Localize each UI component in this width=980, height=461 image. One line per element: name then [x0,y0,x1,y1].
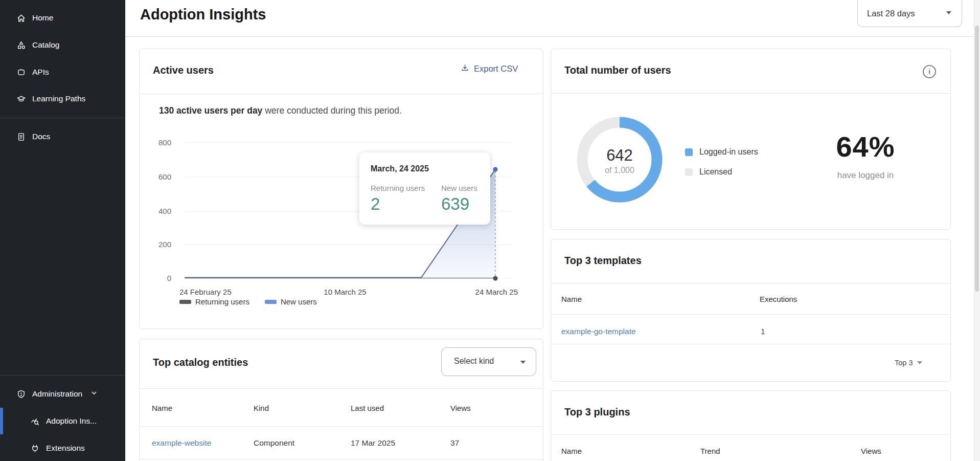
summary-text: were conducted during this period. [262,105,401,116]
date-range-select[interactable]: Last 28 days [857,0,962,27]
adoption-insights-icon [30,416,40,426]
card-title: Active users [153,64,214,76]
card-header-divider [551,283,950,283]
x-axis-labels: 24 February 25 10 March 25 24 March 25 [179,288,518,296]
col-header-views: Views [450,404,471,412]
sidebar-item-extensions[interactable]: Extensions [0,435,125,461]
legend-label: New users [281,297,317,306]
kind-filter-value: Select kind [454,357,494,366]
chevron-down-icon [946,11,951,14]
catalog-entity-link[interactable]: example-website [152,438,211,448]
col-header-executions: Executions [760,295,797,303]
chevron-down-icon [520,361,526,364]
sidebar-item-label: Extensions [46,444,85,453]
card-title: Top 3 templates [564,255,642,267]
chart-tooltip: March, 24 2025 Returning users New users… [359,152,490,225]
active-users-card: Active users Export CSV 130 active users… [139,49,543,329]
col-header-kind: Kind [254,404,269,412]
sidebar-item-apis[interactable]: APIs [0,59,125,85]
donut-legend-licensed: Licensed [685,167,732,177]
card-header-divider [140,94,543,94]
chart-legend: Returning users New users [179,297,317,306]
sidebar-item-label: Adoption Ins... [46,416,97,426]
legend-swatch-new [265,300,277,304]
sidebar-item-docs[interactable]: Docs [0,123,125,150]
svg-text:400: 400 [158,207,171,215]
export-csv-label: Export CSV [474,64,518,74]
sidebar: Home Catalog APIs Learning Paths Docs Ad… [0,0,125,461]
svg-text:24 February 25: 24 February 25 [179,288,232,296]
sidebar-item-catalog[interactable]: Catalog [0,32,125,58]
svg-text:10 March 25: 10 March 25 [324,288,366,296]
sidebar-item-label: APIs [32,68,49,77]
sidebar-item-adoption-insights[interactable]: Adoption Ins... [0,408,125,434]
new-users-point[interactable] [493,167,498,172]
catalog-entity-kind: Component [254,438,294,448]
docs-icon [16,131,26,142]
template-link[interactable]: example-go-template [561,327,636,336]
total-users-card: Total number of users i 642 of 1,000 Log… [551,49,951,230]
sidebar-item-learning-paths[interactable]: Learning Paths [0,85,125,112]
donut-total: of 1,000 [575,166,665,175]
rows-per-page-select[interactable]: Top 3 [895,359,922,367]
catalog-icon [16,40,26,50]
svg-text:600: 600 [158,172,171,181]
returning-users-point[interactable] [493,276,498,281]
info-icon[interactable]: i [923,65,936,78]
legend-label: Returning users [195,297,249,306]
sidebar-item-label: Learning Paths [32,94,85,103]
learning-paths-icon [16,94,26,104]
logged-in-percent: 64% [796,130,935,163]
kind-filter-select[interactable]: Select kind [441,347,536,376]
export-csv-button[interactable]: Export CSV [461,63,518,74]
top-templates-card: Top 3 templates Name Executions example-… [551,239,951,382]
date-range-value: Last 28 days [867,9,915,18]
legend-label: Logged-in users [699,147,758,157]
scrollbar-thumb[interactable] [975,26,979,292]
catalog-entity-last-used: 17 Mar 2025 [351,438,395,448]
page-title: Adoption Insights [140,6,266,23]
col-header-trend: Trend [700,447,720,455]
legend-swatch-licensed [685,168,693,176]
legend-swatch-returning [179,300,191,304]
catalog-entity-views: 37 [450,438,459,448]
template-executions: 1 [761,327,765,336]
col-header-name: Name [561,447,582,455]
sidebar-item-label: Catalog [32,40,59,50]
shield-icon [16,389,26,399]
svg-text:24 March 25: 24 March 25 [475,288,518,296]
table-divider [140,426,543,427]
card-title: Total number of users [564,64,671,76]
y-axis-labels: 800 600 400 200 0 [158,138,171,282]
sidebar-item-administration[interactable]: Administration [0,381,125,407]
sidebar-divider [0,118,125,118]
card-title: Top catalog entities [153,357,248,368]
legend-new-users[interactable]: New users [265,297,317,306]
svg-text:200: 200 [158,240,171,249]
svg-text:0: 0 [167,274,171,282]
table-divider [140,459,543,459]
sidebar-item-label: Home [32,13,53,23]
card-header-divider [551,93,950,94]
home-icon [16,13,26,23]
legend-returning-users[interactable]: Returning users [179,297,249,306]
donut-value: 642 [575,146,665,165]
sidebar-item-home[interactable]: Home [0,5,125,31]
sidebar-item-label: Docs [32,132,50,141]
card-title: Top 3 plugins [564,406,630,418]
chart-summary: 130 active users per day were conducted … [159,105,402,116]
col-header-last-used: Last used [351,404,384,412]
col-header-name: Name [152,404,172,412]
logged-in-percent-block: 64% have logged in [796,130,935,181]
logged-in-percent-caption: have logged in [796,170,935,181]
plug-icon [30,443,40,453]
tooltip-new-value: 639 [441,194,469,214]
summary-metric: 130 active users per day [159,105,262,116]
info-glyph: i [928,68,930,76]
donut-legend-logged-in: Logged-in users [685,147,758,157]
rows-per-page-value: Top 3 [895,359,913,367]
chevron-down-icon [90,389,98,399]
table-divider [551,344,950,344]
tooltip-date: March, 24 2025 [371,164,429,173]
legend-swatch-logged-in [685,148,693,156]
